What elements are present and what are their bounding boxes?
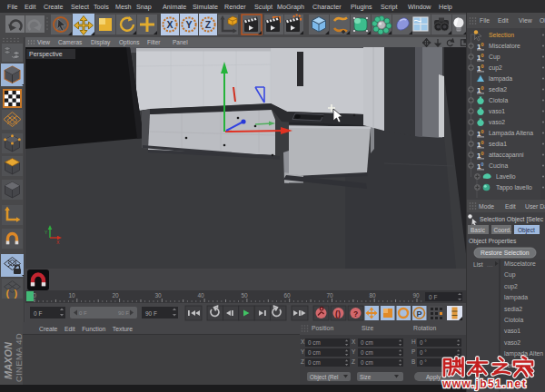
svg-text:50: 50 [241, 292, 248, 299]
svg-text:Position: Position [312, 325, 333, 331]
svg-text:List: List [473, 261, 483, 268]
svg-text:0 cm: 0 cm [308, 349, 321, 356]
svg-text:Lampada Altena: Lampada Altena [489, 130, 533, 137]
svg-text:X: X [352, 338, 356, 345]
svg-text:Lavello: Lavello [496, 173, 516, 180]
svg-text:....: .... [487, 262, 493, 268]
svg-text:H: H [411, 338, 416, 345]
svg-text:Miscelatore: Miscelatore [504, 260, 536, 267]
svg-text:B: B [411, 358, 415, 365]
svg-text:P: P [411, 348, 415, 355]
svg-text:lampada: lampada [489, 75, 512, 83]
svg-text:(): () [335, 309, 341, 318]
svg-text:lampada: lampada [504, 294, 528, 301]
svg-text:Tappo lavello: Tappo lavello [496, 184, 532, 191]
svg-text:File: File [480, 17, 490, 24]
svg-text:0 °: 0 ° [420, 359, 427, 366]
svg-text:0: 0 [481, 64, 484, 69]
svg-text:0 F: 0 F [79, 310, 87, 316]
svg-text:0: 0 [33, 292, 36, 299]
svg-text:Coord.: Coord. [494, 227, 512, 233]
svg-text:Cucina: Cucina [489, 162, 508, 169]
svg-text:Object Properties: Object Properties [469, 238, 517, 245]
svg-text:70: 70 [326, 292, 333, 299]
svg-text:40: 40 [197, 292, 204, 299]
svg-text:0 cm: 0 cm [361, 359, 373, 366]
svg-text:Basic: Basic [471, 227, 486, 233]
svg-text:Cup: Cup [504, 271, 516, 279]
svg-text:Cup: Cup [489, 54, 500, 61]
svg-text:X: X [301, 338, 305, 345]
svg-text:0 cm: 0 cm [308, 359, 321, 366]
svg-text:vaso1: vaso1 [504, 328, 520, 334]
svg-text:Ciotola: Ciotola [504, 317, 523, 323]
svg-text:0: 0 [481, 53, 484, 58]
svg-text:30: 30 [154, 292, 162, 299]
svg-text:Edit: Edit [498, 17, 509, 24]
svg-text:vaso2: vaso2 [489, 119, 505, 125]
svg-text:(: ( [6, 288, 10, 299]
svg-text:0: 0 [481, 42, 484, 47]
svg-text:0: 0 [481, 162, 484, 167]
svg-text:0: 0 [481, 129, 484, 134]
svg-text:View: View [519, 17, 532, 24]
svg-text:0 cm: 0 cm [361, 339, 373, 346]
svg-text:Edit: Edit [505, 203, 516, 210]
svg-text:X: X [166, 19, 173, 30]
svg-text:User Da: User Da [525, 203, 545, 210]
svg-text:Z: Z [352, 358, 355, 365]
svg-text:0: 0 [481, 140, 484, 145]
svg-text:10: 10 [68, 292, 75, 299]
svg-text:Y: Y [352, 348, 356, 355]
svg-text:90: 90 [412, 292, 420, 299]
svg-text:CINEMA 4D: CINEMA 4D [14, 333, 23, 382]
svg-text:Z: Z [301, 358, 304, 365]
svg-text:0: 0 [481, 85, 484, 91]
svg-text:P: P [417, 309, 422, 318]
svg-text:?: ? [353, 309, 358, 318]
svg-text:20: 20 [112, 292, 119, 299]
svg-text:attaccapanni: attaccapanni [489, 152, 524, 159]
svg-text:sedia2: sedia2 [504, 306, 522, 312]
svg-text:80: 80 [369, 292, 376, 299]
svg-text:Size: Size [360, 374, 372, 380]
svg-text:0 F: 0 F [429, 294, 437, 300]
svg-text:Restore Selection: Restore Selection [481, 250, 530, 256]
svg-text:60: 60 [283, 292, 291, 299]
svg-text:Rotation: Rotation [413, 325, 437, 331]
svg-text:90 F: 90 F [145, 310, 157, 317]
svg-text:Ciotola: Ciotola [489, 97, 508, 103]
svg-text:90 F: 90 F [118, 310, 129, 316]
svg-text:0 F: 0 F [34, 310, 42, 317]
svg-text:0 °: 0 ° [420, 349, 427, 356]
svg-text:0 cm: 0 cm [361, 349, 373, 356]
svg-text:Miscelatore: Miscelatore [489, 43, 520, 49]
svg-text:vaso2: vaso2 [504, 339, 520, 346]
svg-text:www.jb51.net: www.jb51.net [441, 377, 527, 390]
svg-text:vaso1: vaso1 [489, 108, 505, 114]
svg-text:Selection: Selection [489, 32, 514, 38]
svg-text:0: 0 [481, 151, 484, 156]
svg-text:Selection Object [Selec: Selection Object [Selec [480, 216, 544, 223]
svg-text:): ) [15, 288, 18, 299]
svg-text:Y: Y [301, 348, 305, 355]
svg-text:Ob: Ob [540, 17, 545, 24]
svg-text:0 °: 0 ° [420, 339, 427, 346]
svg-text:cup2: cup2 [504, 283, 518, 290]
svg-text:Object: Object [518, 227, 535, 234]
svg-text:Perspective: Perspective [29, 51, 63, 58]
svg-text:MAXON: MAXON [3, 341, 14, 379]
svg-text:0 cm: 0 cm [308, 339, 321, 346]
svg-text:Z: Z [205, 19, 212, 30]
svg-text:sedia2: sedia2 [489, 86, 507, 93]
svg-text:Object (Rel: Object (Rel [310, 374, 339, 381]
svg-text:Size: Size [362, 325, 373, 331]
svg-text:Y: Y [185, 19, 192, 30]
svg-text:cup2: cup2 [489, 64, 502, 72]
svg-text:sedia1: sedia1 [489, 141, 507, 147]
svg-text:Mode: Mode [479, 203, 494, 210]
